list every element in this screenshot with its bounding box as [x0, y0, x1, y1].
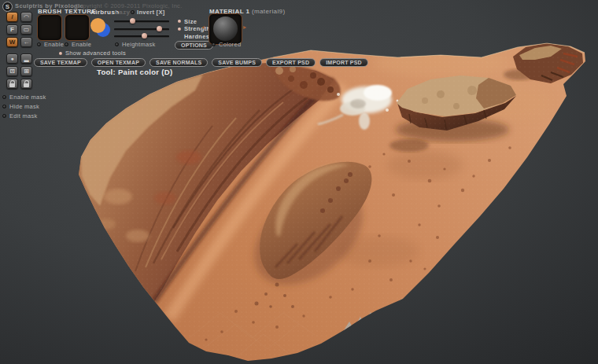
sphere-view-button[interactable]: ●: [6, 53, 18, 64]
tool-status-text: Tool: Paint color (D): [97, 68, 172, 76]
mask-box-a-button[interactable]: ⊡: [6, 66, 18, 76]
show-advanced-dot-icon: [59, 52, 62, 55]
lock-b-button[interactable]: [20, 79, 32, 89]
enable-mask-label: Enable mask: [9, 94, 46, 101]
import-psd-button[interactable]: IMPORT PSD: [319, 58, 368, 67]
edit-mask-label: Edit mask: [9, 112, 38, 119]
lazy-label: Lazy: [115, 9, 130, 16]
smudge-icon: ▭: [24, 27, 30, 33]
open-texmap-button[interactable]: OPEN TEXMAP: [91, 58, 146, 67]
fill-icon: F: [10, 27, 14, 33]
brush-enable-label: Enable: [44, 41, 64, 48]
size-slider-track[interactable]: [114, 20, 169, 23]
edit-mask-checkbox[interactable]: [2, 114, 6, 118]
hide-mask-option[interactable]: Hide mask: [2, 103, 39, 110]
strength-slider-handle[interactable]: [157, 26, 162, 31]
bump-icon: ◠: [24, 14, 28, 20]
back-arrow-icon: ←: [24, 39, 30, 46]
heightmask-option[interactable]: Heightmask: [115, 41, 156, 48]
mask-box-b-button[interactable]: ⊞: [20, 66, 32, 76]
strength-dot-icon: [178, 28, 181, 31]
hide-mask-label: Hide mask: [9, 103, 39, 110]
export-psd-button[interactable]: EXPORT PSD: [266, 58, 316, 67]
hide-mask-checkbox[interactable]: [2, 105, 6, 108]
size-param: Size: [178, 18, 197, 25]
size-slider[interactable]: [114, 18, 169, 24]
sphere-icon: ●: [10, 56, 13, 61]
colored-label: Colored: [219, 41, 241, 48]
show-advanced-option[interactable]: Show advanced tools: [59, 50, 126, 57]
lock-icon: [9, 83, 15, 87]
hardness-slider[interactable]: [114, 33, 169, 39]
paint-bump-tool-button[interactable]: ◠: [20, 12, 32, 22]
file-button-row: SAVE TEXMAP OPEN TEXMAP SAVE NORMALS SAV…: [34, 58, 368, 67]
invert-checkbox[interactable]: [131, 10, 135, 14]
enable-mask-checkbox[interactable]: [2, 95, 6, 99]
save-texmap-button[interactable]: SAVE TEXMAP: [34, 58, 87, 67]
save-bumps-button[interactable]: SAVE BUMPS: [212, 58, 262, 67]
show-advanced-label: Show advanced tools: [65, 50, 126, 57]
sculptris-window: S Sculptris by Pixologic Copyright © 200…: [0, 0, 598, 364]
back-to-sculpt-button[interactable]: ←: [20, 37, 32, 47]
colored-checkbox[interactable]: [212, 42, 216, 46]
material-subtitle: (material9): [252, 8, 286, 15]
paint-stroke-tool-button[interactable]: /: [6, 12, 18, 22]
strength-param: Strength: [178, 25, 210, 32]
sculptris-logo-icon: S: [2, 2, 13, 12]
material-prev-icon[interactable]: ◂: [201, 24, 205, 31]
material-preview-slot[interactable]: [209, 13, 242, 45]
wireframe-toggle-button[interactable]: W: [6, 37, 18, 47]
edit-mask-option[interactable]: Edit mask: [2, 112, 38, 119]
texture-enable-option[interactable]: Enable: [65, 41, 91, 48]
mask-box-a-icon: ⊡: [9, 68, 15, 75]
material-sphere-preview: [213, 17, 238, 41]
primary-color-swatch[interactable]: [90, 18, 105, 33]
lock-icon: [24, 83, 29, 87]
plane-icon: ▂: [24, 56, 28, 62]
size-dot-icon: [178, 20, 181, 23]
heightmask-label: Heightmask: [122, 41, 156, 48]
colored-option[interactable]: Colored: [212, 41, 241, 48]
texture-enable-label: Enable: [72, 41, 91, 48]
paint-stroke-icon: /: [11, 14, 13, 20]
smudge-tool-button[interactable]: ▭: [20, 24, 32, 35]
save-normals-button[interactable]: SAVE NORMALS: [150, 58, 208, 67]
enable-mask-option[interactable]: Enable mask: [2, 94, 46, 101]
mask-box-b-icon: ⊞: [24, 68, 29, 75]
texture-preview-slot[interactable]: [65, 14, 90, 41]
size-label: Size: [184, 18, 197, 25]
plane-view-button[interactable]: ▂: [20, 53, 32, 64]
brush-preview-slot[interactable]: [37, 14, 62, 41]
strength-label: Strength: [184, 25, 210, 32]
options-button[interactable]: OPTIONS: [175, 41, 213, 50]
invert-label: Invert [X]: [137, 9, 165, 16]
heightmask-checkbox[interactable]: [115, 42, 119, 46]
brush-enable-option[interactable]: Enable: [37, 41, 64, 48]
brush-enable-checkbox[interactable]: [37, 42, 41, 46]
wireframe-icon: W: [9, 39, 16, 46]
hardness-slider-handle[interactable]: [142, 33, 147, 39]
material-next-icon[interactable]: ▸: [243, 24, 246, 31]
texture-enable-checkbox[interactable]: [65, 42, 68, 46]
fill-tool-button[interactable]: F: [6, 24, 18, 35]
strength-slider[interactable]: [114, 26, 169, 32]
lock-a-button[interactable]: [6, 79, 18, 89]
